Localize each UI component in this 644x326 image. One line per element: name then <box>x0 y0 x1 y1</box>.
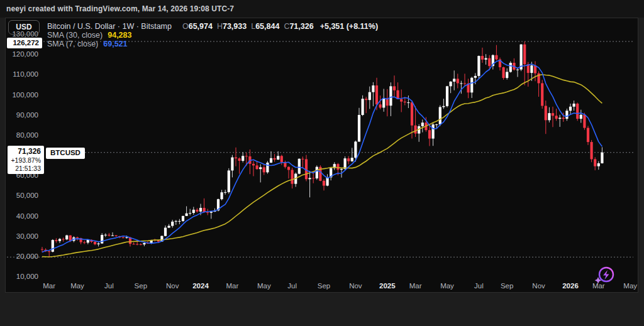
price-axis-tick: 90,000 <box>6 111 38 119</box>
price-axis-tick: 100,000 <box>6 90 38 99</box>
sma7-label: SMA (7, close) <box>47 40 98 48</box>
currency-button[interactable]: USD <box>8 20 40 35</box>
sma30-label: SMA (30, close) <box>47 31 103 40</box>
high-price-label: 126,272 <box>7 38 42 48</box>
time-axis-label: Sep <box>310 281 338 290</box>
low-value: 65,844 <box>255 22 279 31</box>
time-axis-label: Jul <box>95 281 123 290</box>
price-axis-tick: 110,000 <box>6 70 38 79</box>
time-axis-label: Mar <box>402 281 430 290</box>
symbol-title: Bitcoin / U.S. Dollar · 1W · Bitstamp <box>47 22 172 31</box>
legend-symbol-row: Bitcoin / U.S. Dollar · 1W · Bitstamp O6… <box>47 22 378 31</box>
snapshot-frame: neeyi created with TradingView.com, Mar … <box>0 0 644 326</box>
chart-canvas[interactable] <box>6 18 638 292</box>
current-price-label: 71,326 +193.87% 21:51:33 <box>8 146 44 174</box>
price-axis-tick: 80,000 <box>6 131 38 139</box>
time-axis-label: 2025 <box>374 281 401 290</box>
time-axis-label: Mar <box>218 281 246 290</box>
time-axis-label: Sep <box>127 281 155 290</box>
bar-countdown: 21:51:33 <box>9 165 41 173</box>
time-axis-label: 2024 <box>187 281 214 290</box>
time-axis-label: Jul <box>465 281 492 290</box>
high-value: 73,933 <box>223 22 247 31</box>
time-axis-label: Nov <box>341 281 369 290</box>
price-axis-tick: 40,000 <box>6 212 38 220</box>
legend-sma7-row: SMA (7, close) 69,521 <box>47 40 378 48</box>
open-value: 65,974 <box>189 22 213 31</box>
sma30-value: 94,283 <box>108 31 131 40</box>
time-axis-label: May <box>250 281 278 290</box>
low-label: L <box>251 22 255 31</box>
close-label: C <box>284 22 289 31</box>
price-axis-tick: 20,000 <box>6 252 38 261</box>
attribution-bar: neeyi created with TradingView.com, Mar … <box>0 0 644 18</box>
time-axis-label: Nov <box>158 281 186 290</box>
time-axis-label: Nov <box>525 281 553 290</box>
price-axis-tick: 10,000 <box>6 272 38 281</box>
legend-sma30-row: SMA (30, close) 94,283 <box>47 31 378 40</box>
price-axis-tick: 30,000 <box>6 232 38 241</box>
time-axis-label: May <box>616 281 644 290</box>
time-axis-label: May <box>64 281 91 290</box>
lightning-badge-icon[interactable] <box>589 259 617 287</box>
time-axis-label: May <box>433 281 461 290</box>
price-axis-tick: 50,000 <box>6 191 38 200</box>
time-axis-label: Jul <box>279 281 306 290</box>
chart-pane: 130,000120,000110,000100,00090,00080,000… <box>5 18 638 293</box>
price-axis-tick: 120,000 <box>6 50 38 58</box>
time-axis-label: Sep <box>493 281 521 290</box>
time-axis-label: 2026 <box>557 281 584 290</box>
footer-bar: TradingView <box>0 293 644 326</box>
close-value: 71,326 <box>289 22 313 31</box>
high-label: H <box>217 22 223 31</box>
open-label: O <box>182 22 189 31</box>
sma7-value: 69,521 <box>103 40 127 48</box>
current-price-value: 71,326 <box>9 147 41 156</box>
time-axis-label: Mar <box>35 281 63 290</box>
attribution-text: neeyi created with TradingView.com, Mar … <box>6 4 234 13</box>
symbol-badge: BTCUSD <box>46 148 85 159</box>
change-value: +5,351 (+8.11%) <box>320 22 378 31</box>
legend: Bitcoin / U.S. Dollar · 1W · Bitstamp O6… <box>47 22 378 48</box>
current-change-pct: +193.87% <box>9 156 41 165</box>
